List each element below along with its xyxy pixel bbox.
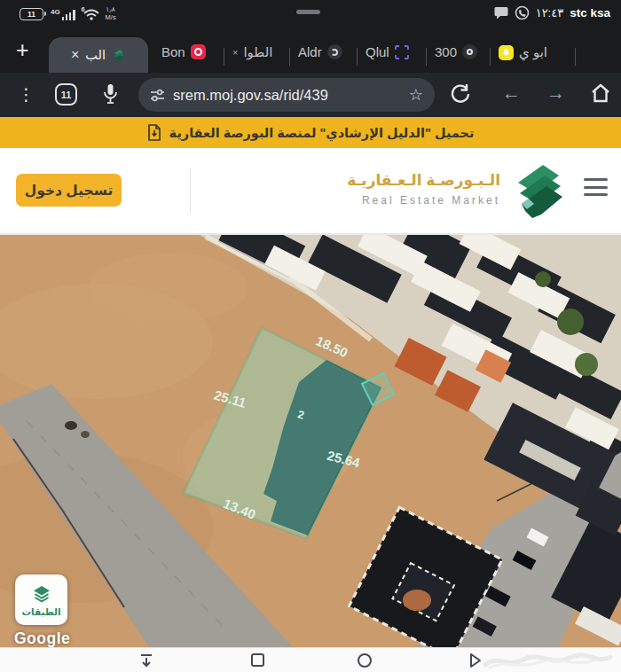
haraj-watermark (481, 651, 614, 671)
active-tab-label: الب (85, 48, 106, 62)
cellular-signal-icon: 4G (51, 8, 75, 20)
tab-label: ابو ي (519, 44, 547, 60)
guide-download-banner[interactable]: تحميل "الدليل الإرشادي" لمنصة البورصة ال… (0, 117, 621, 148)
home-icon[interactable] (589, 82, 612, 108)
clock: ١٢:٤٣ (536, 6, 564, 20)
tab-favicon-globe (327, 44, 342, 59)
status-left-cluster: 11 4G 6 ١٫٨ M/s (20, 6, 116, 21)
tab-300[interactable]: 300 (435, 44, 477, 59)
forward-icon[interactable]: → (546, 82, 565, 104)
tab-divider (357, 48, 358, 66)
battery-level: 11 (28, 10, 35, 19)
brand-logo (506, 160, 570, 225)
mic-icon[interactable] (103, 83, 118, 109)
tab-active-srem[interactable]: × الب (49, 37, 148, 73)
wifi-icon: 6 (83, 7, 100, 21)
message-bubble-icon (494, 6, 508, 20)
tab-label: Qlul (366, 44, 389, 59)
header-divider (190, 168, 191, 214)
whatsapp-icon (515, 5, 530, 20)
banner-text[interactable]: تحميل "الدليل الإرشادي" لمنصة البورصة ال… (169, 126, 475, 140)
home-button[interactable] (357, 652, 373, 672)
tree (535, 271, 551, 287)
tab-altawa[interactable]: × الطوا (232, 44, 272, 60)
site-header: تسجيل دخول الـبـورصـة الـعـقاريـة Real E… (0, 148, 621, 235)
tab-favicon-ring (462, 44, 477, 59)
srem-favicon (112, 48, 126, 62)
new-tab-button[interactable]: + (16, 36, 29, 63)
tab-abu[interactable]: ابو ي (499, 44, 547, 60)
tab-strip: + × الب Bon × الطوا Aldr Qlul (0, 28, 621, 73)
back-icon[interactable]: ← (502, 82, 521, 104)
bookmark-star-icon[interactable]: ☆ (409, 85, 423, 105)
brand-name-english: Real Estate Market (347, 194, 500, 207)
tab-label: Aldr (298, 44, 322, 59)
tab-divider (426, 48, 427, 66)
map-attribution: Google (14, 629, 70, 648)
url-bar[interactable]: srem.moj.gov.sa/rid/439 ☆ (138, 78, 435, 112)
notch-dash (296, 10, 320, 14)
brand-name-arabic: الـبـورصـة الـعـقاريـة (347, 171, 500, 190)
tab-mini-close-icon[interactable]: × (232, 47, 238, 58)
speed-unit: M/s (106, 14, 116, 22)
satellite-map[interactable]: 18.50 25.11 2 25.64 13.40 (0, 235, 621, 647)
tab-label: الطوا (243, 44, 272, 60)
network-speed: ١٫٨ M/s (106, 6, 116, 21)
battery-icon: 11 (20, 8, 43, 20)
tab-qlul[interactable]: Qlul (366, 44, 409, 59)
login-button[interactable]: تسجيل دخول (16, 174, 122, 207)
status-right-cluster: ١٢:٤٣ stc ksa (494, 5, 610, 20)
status-bar: 11 4G 6 ١٫٨ M/s (0, 0, 621, 28)
url-text[interactable]: srem.moj.gov.sa/rid/439 (173, 87, 401, 104)
carrier-label: stc ksa (570, 6, 610, 20)
tab-favicon-brackets (395, 45, 409, 59)
overflow-menu-icon[interactable]: ⋮ (18, 84, 35, 105)
satellite-imagery[interactable]: 18.50 25.11 2 25.64 13.40 (0, 235, 621, 647)
layers-label: الطبقات (21, 606, 60, 617)
android-nav-bar (0, 647, 621, 672)
site-settings-icon[interactable] (150, 89, 165, 102)
layers-button[interactable]: الطبقات (15, 574, 67, 625)
hide-keyboard-icon[interactable] (138, 652, 155, 672)
browser-toolbar: ⋮ 11 srem.moj.gov.sa/rid/439 ☆ (0, 73, 621, 117)
tab-divider (289, 48, 290, 66)
pdf-download-icon (147, 124, 161, 141)
phone-screen: 11 4G 6 ١٫٨ M/s (0, 0, 621, 672)
tree (575, 353, 598, 376)
tab-favicon-snapchat (499, 45, 514, 60)
tab-divider (224, 48, 224, 66)
network-type-label: 4G (51, 8, 60, 16)
tab-switcher-button[interactable]: 11 (55, 83, 77, 105)
reload-icon[interactable] (449, 82, 472, 109)
tab-label: Bon (161, 44, 185, 59)
tab-aldr[interactable]: Aldr (298, 44, 342, 59)
layers-icon (31, 583, 52, 605)
tab-divider (490, 48, 491, 66)
tab-bon[interactable]: Bon (161, 44, 206, 59)
tab-label: 300 (435, 44, 457, 59)
brand-text: الـبـورصـة الـعـقاريـة Real Estate Marke… (347, 171, 500, 207)
tab-favicon-red-dot (191, 44, 206, 59)
tree (557, 309, 584, 335)
hamburger-menu-icon[interactable] (584, 178, 608, 196)
recents-button[interactable] (250, 652, 265, 671)
close-tab-icon[interactable]: × (71, 47, 79, 63)
wifi-gen-label: 6 (82, 5, 85, 13)
tab-divider (575, 48, 576, 66)
